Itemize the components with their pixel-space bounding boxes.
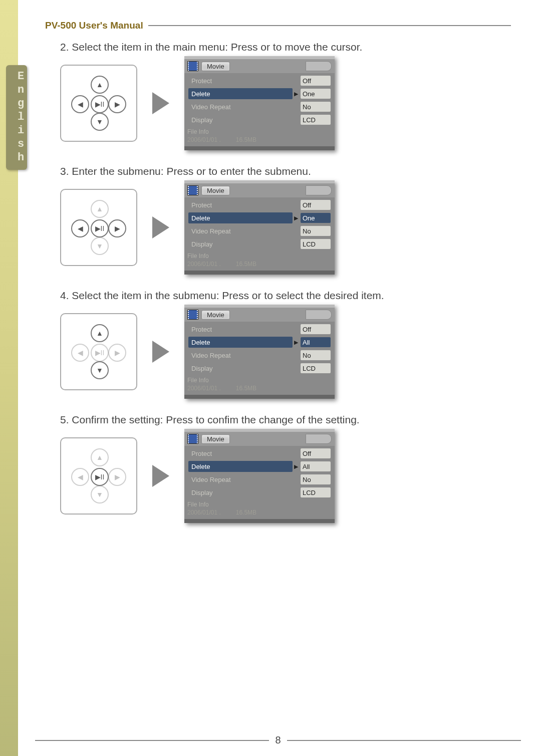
val-delete: All bbox=[301, 337, 331, 347]
submenu-arrow-icon: ▶ bbox=[293, 339, 300, 346]
step-2-text: 2. Select the item in the main menu: Pre… bbox=[60, 41, 511, 53]
file-date: 2006/01/01 . bbox=[187, 385, 221, 392]
menu-delete: Delete bbox=[188, 88, 293, 99]
submenu-arrow-icon: ▶ bbox=[293, 463, 300, 470]
val-delete: All bbox=[301, 461, 331, 471]
submenu-arrow-icon: ▶ bbox=[293, 91, 300, 97]
menu-display: Display bbox=[188, 365, 293, 372]
dpad-diagram: ▲ ▼ ◀ ▶ ▶II bbox=[60, 437, 137, 515]
submenu-arrow-icon: ▶ bbox=[293, 215, 300, 221]
menu-repeat: Video Repeat bbox=[188, 103, 293, 111]
val-repeat: No bbox=[301, 350, 331, 360]
dpad-down-icon: ▼ bbox=[91, 361, 109, 379]
dpad-right-icon: ▶ bbox=[108, 219, 126, 237]
screen-title: Movie bbox=[201, 434, 230, 444]
val-display: LCD bbox=[301, 363, 331, 373]
movie-icon bbox=[187, 61, 198, 71]
menu-delete: Delete bbox=[188, 337, 293, 348]
movie-icon bbox=[187, 310, 198, 320]
file-size: 16.5MB bbox=[236, 509, 256, 516]
dpad-diagram: ▲ ▼ ◀ ▶ ▶II bbox=[60, 189, 137, 266]
menu-display: Display bbox=[188, 240, 293, 248]
manual-title: PV-500 User's Manual bbox=[45, 20, 143, 31]
play-arrow-icon bbox=[152, 465, 169, 487]
dpad-center-icon: ▶II bbox=[91, 219, 109, 237]
dpad-diagram: ▲ ▼ ◀ ▶ ▶II bbox=[60, 65, 137, 142]
title-decor bbox=[306, 185, 332, 195]
val-protect: Off bbox=[301, 76, 331, 86]
menu-screen: Movie ProtectOff Delete▶One Video Repeat… bbox=[184, 180, 335, 275]
dpad-down-icon: ▼ bbox=[91, 113, 109, 131]
dpad-center-icon: ▶II bbox=[91, 344, 109, 362]
page-content: PV-500 User's Manual 2. Select the item … bbox=[35, 10, 521, 746]
dpad-left-icon: ◀ bbox=[71, 344, 89, 362]
dpad-center-icon: ▶II bbox=[91, 95, 109, 113]
step-5-text: 5. Confirm the setting: Press to confim … bbox=[60, 414, 511, 426]
dpad-right-icon: ▶ bbox=[108, 95, 126, 113]
language-tab: English bbox=[6, 65, 27, 170]
screen-title: Movie bbox=[201, 62, 230, 71]
menu-screen: Movie ProtectOff Delete▶One Video Repeat… bbox=[184, 56, 335, 150]
dpad-down-icon: ▼ bbox=[91, 237, 109, 255]
val-repeat: No bbox=[301, 102, 331, 112]
menu-repeat: Video Repeat bbox=[188, 227, 293, 235]
dpad-left-icon: ◀ bbox=[71, 95, 89, 113]
play-arrow-icon bbox=[152, 341, 169, 363]
dpad-right-icon: ▶ bbox=[108, 468, 126, 486]
val-protect: Off bbox=[301, 448, 331, 458]
menu-screen: Movie ProtectOff Delete▶All Video Repeat… bbox=[184, 305, 335, 399]
file-size: 16.5MB bbox=[236, 136, 256, 143]
step-3-text: 3. Enter the submenu: Press or to enter … bbox=[60, 165, 511, 177]
movie-icon bbox=[187, 185, 198, 195]
dpad-up-icon: ▲ bbox=[91, 448, 109, 466]
val-protect: Off bbox=[301, 200, 331, 210]
file-size: 16.5MB bbox=[236, 261, 256, 268]
footer-rule bbox=[287, 740, 521, 741]
page-footer: 8 bbox=[35, 734, 521, 746]
dpad-up-icon: ▲ bbox=[91, 200, 109, 218]
file-date: 2006/01/01 . bbox=[187, 136, 221, 143]
menu-protect: Protect bbox=[188, 450, 293, 457]
dpad-diagram: ▲ ▼ ◀ ▶ ▶II bbox=[60, 313, 137, 390]
val-display: LCD bbox=[301, 487, 331, 497]
file-info-label: File Info bbox=[184, 376, 335, 385]
val-protect: Off bbox=[301, 324, 331, 334]
dpad-right-icon: ▶ bbox=[108, 344, 126, 362]
file-info-label: File Info bbox=[184, 251, 335, 261]
screen-title: Movie bbox=[201, 186, 230, 195]
menu-delete: Delete bbox=[188, 461, 293, 472]
page-number: 8 bbox=[275, 734, 281, 746]
menu-display: Display bbox=[188, 116, 293, 124]
menu-repeat: Video Repeat bbox=[188, 352, 293, 359]
title-decor bbox=[306, 434, 332, 444]
menu-delete: Delete bbox=[188, 212, 293, 223]
val-repeat: No bbox=[301, 226, 331, 236]
dpad-left-icon: ◀ bbox=[71, 219, 89, 237]
menu-screen: Movie ProtectOff Delete▶All Video Repeat… bbox=[184, 429, 335, 523]
menu-protect: Protect bbox=[188, 201, 293, 209]
file-info-label: File Info bbox=[184, 127, 335, 136]
val-display: LCD bbox=[301, 239, 331, 249]
val-delete: One bbox=[301, 213, 331, 223]
val-display: LCD bbox=[301, 115, 331, 125]
footer-rule bbox=[35, 740, 269, 741]
title-decor bbox=[306, 310, 332, 320]
val-repeat: No bbox=[301, 474, 331, 484]
dpad-center-icon: ▶II bbox=[91, 468, 109, 486]
menu-display: Display bbox=[188, 489, 293, 496]
screen-title: Movie bbox=[201, 310, 230, 320]
step-4-text: 4. Select the item in the submenu: Press… bbox=[60, 290, 511, 302]
file-date: 2006/01/01 . bbox=[187, 261, 221, 268]
movie-icon bbox=[187, 434, 198, 444]
dpad-left-icon: ◀ bbox=[71, 468, 89, 486]
val-delete: One bbox=[301, 89, 331, 99]
menu-protect: Protect bbox=[188, 77, 293, 85]
dpad-up-icon: ▲ bbox=[91, 76, 109, 94]
play-arrow-icon bbox=[152, 92, 169, 114]
play-arrow-icon bbox=[152, 216, 169, 238]
title-decor bbox=[306, 61, 332, 71]
header-rule bbox=[148, 25, 511, 26]
file-date: 2006/01/01 . bbox=[187, 509, 221, 516]
menu-protect: Protect bbox=[188, 326, 293, 333]
dpad-down-icon: ▼ bbox=[91, 485, 109, 503]
